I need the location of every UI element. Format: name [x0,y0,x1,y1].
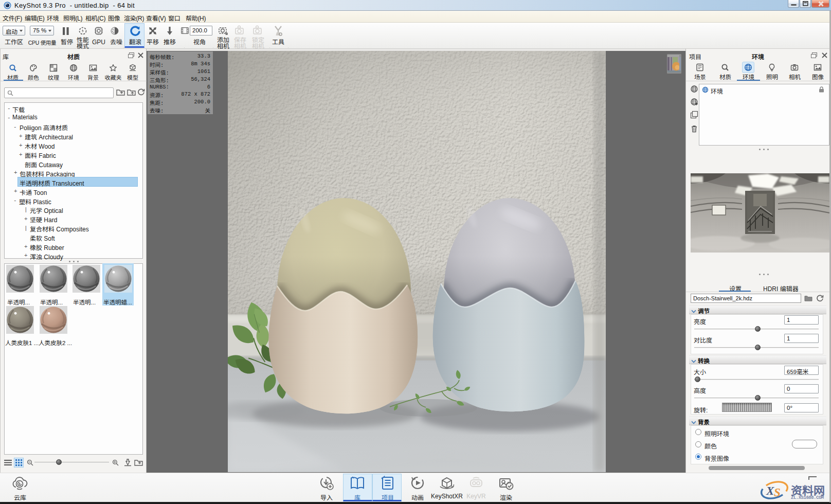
svg-text:X: X [766,484,774,497]
svg-text:S: S [774,486,781,499]
